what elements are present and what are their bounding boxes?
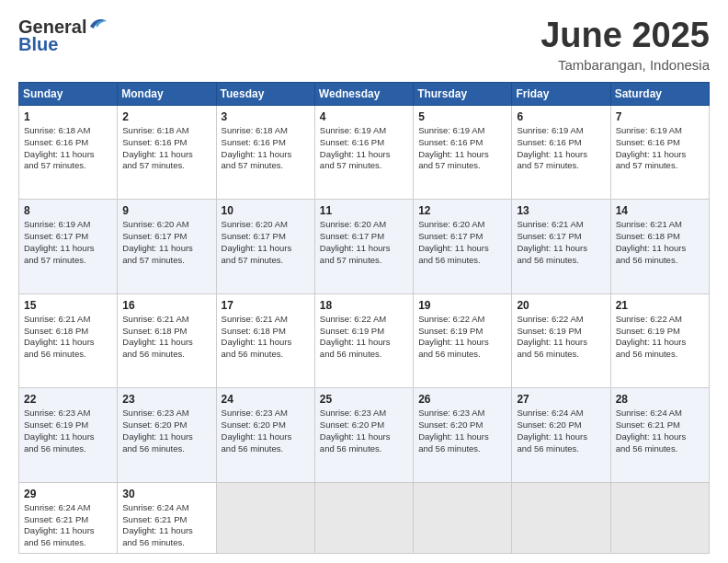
table-row: 7Sunrise: 6:19 AMSunset: 6:16 PMDaylight… [610, 105, 709, 199]
table-row [216, 482, 314, 553]
daylight-text: Daylight: 11 hours [517, 243, 587, 253]
day-number: 16 [122, 298, 210, 313]
daylight-text: Daylight: 11 hours [24, 431, 95, 442]
header: General Blue June 2025 Tambarangan, Indo… [18, 17, 710, 73]
day-number: 27 [517, 392, 605, 407]
col-friday: Friday [512, 82, 610, 105]
table-row: 29Sunrise: 6:24 AMSunset: 6:21 PMDayligh… [19, 482, 118, 553]
daylight-minutes: and 56 minutes. [616, 443, 678, 454]
table-row: 21Sunrise: 6:22 AMSunset: 6:19 PMDayligh… [610, 293, 709, 387]
daylight-text: Daylight: 11 hours [418, 431, 489, 442]
day-number: 2 [122, 109, 210, 124]
table-row [414, 482, 512, 553]
sunrise-text: Sunrise: 6:21 AM [517, 219, 583, 229]
sunrise-text: Sunrise: 6:18 AM [24, 125, 90, 135]
month-title: June 2025 [540, 17, 710, 55]
sunrise-text: Sunrise: 6:23 AM [418, 408, 484, 418]
daylight-minutes: and 56 minutes. [418, 255, 481, 265]
sunrise-text: Sunrise: 6:19 AM [320, 125, 386, 135]
day-number: 17 [222, 298, 310, 313]
sunrise-text: Sunrise: 6:20 AM [320, 219, 386, 229]
sunset-text: Sunset: 6:16 PM [222, 137, 286, 147]
calendar-header-row: Sunday Monday Tuesday Wednesday Thursday… [19, 82, 710, 105]
sunset-text: Sunset: 6:17 PM [418, 231, 483, 241]
sunset-text: Sunset: 6:21 PM [616, 419, 680, 430]
sunset-text: Sunset: 6:19 PM [24, 419, 88, 430]
table-row: 14Sunrise: 6:21 AMSunset: 6:18 PMDayligh… [610, 200, 709, 293]
daylight-text: Daylight: 11 hours [122, 337, 193, 347]
day-number: 7 [616, 109, 704, 124]
sunset-text: Sunset: 6:16 PM [616, 137, 680, 147]
daylight-minutes: and 57 minutes. [320, 255, 382, 265]
day-number: 21 [616, 298, 704, 313]
table-row: 22Sunrise: 6:23 AMSunset: 6:19 PMDayligh… [19, 388, 118, 482]
title-block: June 2025 Tambarangan, Indonesia [540, 17, 710, 73]
daylight-text: Daylight: 11 hours [320, 337, 391, 347]
day-number: 24 [222, 392, 310, 407]
sunset-text: Sunset: 6:17 PM [122, 231, 187, 241]
sunrise-text: Sunrise: 6:20 AM [222, 219, 288, 229]
table-row: 25Sunrise: 6:23 AMSunset: 6:20 PMDayligh… [314, 388, 413, 482]
table-row: 30Sunrise: 6:24 AMSunset: 6:21 PMDayligh… [118, 482, 216, 553]
sunset-text: Sunset: 6:19 PM [616, 326, 680, 336]
table-row [610, 482, 709, 553]
sunset-text: Sunset: 6:20 PM [418, 419, 483, 430]
sunset-text: Sunset: 6:16 PM [517, 137, 581, 147]
col-wednesday: Wednesday [314, 82, 413, 105]
day-number: 28 [616, 392, 704, 407]
daylight-text: Daylight: 11 hours [616, 337, 687, 347]
daylight-minutes: and 57 minutes. [616, 160, 678, 170]
daylight-minutes: and 57 minutes. [418, 160, 481, 170]
daylight-minutes: and 57 minutes. [222, 255, 284, 265]
col-tuesday: Tuesday [216, 82, 314, 105]
daylight-text: Daylight: 11 hours [418, 149, 489, 159]
sunset-text: Sunset: 6:21 PM [24, 514, 88, 524]
sunrise-text: Sunrise: 6:23 AM [222, 408, 288, 418]
table-row [314, 482, 413, 553]
daylight-text: Daylight: 11 hours [320, 431, 391, 442]
daylight-text: Daylight: 11 hours [616, 149, 687, 159]
day-number: 29 [24, 487, 112, 501]
table-row: 11Sunrise: 6:20 AMSunset: 6:17 PMDayligh… [314, 200, 413, 293]
daylight-text: Daylight: 11 hours [24, 243, 95, 253]
sunrise-text: Sunrise: 6:23 AM [122, 408, 188, 418]
day-number: 6 [517, 109, 605, 124]
daylight-minutes: and 56 minutes. [517, 255, 579, 265]
sunset-text: Sunset: 6:19 PM [418, 326, 483, 336]
sunset-text: Sunset: 6:19 PM [517, 326, 581, 336]
table-row: 27Sunrise: 6:24 AMSunset: 6:20 PMDayligh… [512, 388, 610, 482]
table-row: 3Sunrise: 6:18 AMSunset: 6:16 PMDaylight… [216, 105, 314, 199]
day-number: 20 [517, 298, 605, 313]
daylight-text: Daylight: 11 hours [24, 525, 95, 535]
sunset-text: Sunset: 6:20 PM [320, 419, 384, 430]
sunrise-text: Sunrise: 6:22 AM [616, 314, 682, 324]
table-row: 20Sunrise: 6:22 AMSunset: 6:19 PMDayligh… [512, 293, 610, 387]
table-row [512, 482, 610, 553]
sunrise-text: Sunrise: 6:19 AM [517, 125, 583, 135]
sunrise-text: Sunrise: 6:24 AM [517, 408, 583, 418]
table-row: 28Sunrise: 6:24 AMSunset: 6:21 PMDayligh… [610, 388, 709, 482]
daylight-minutes: and 57 minutes. [24, 255, 86, 265]
sunset-text: Sunset: 6:18 PM [122, 326, 187, 336]
col-sunday: Sunday [19, 82, 118, 105]
daylight-text: Daylight: 11 hours [517, 337, 587, 347]
sunrise-text: Sunrise: 6:22 AM [517, 314, 583, 324]
sunrise-text: Sunrise: 6:19 AM [418, 125, 484, 135]
daylight-text: Daylight: 11 hours [122, 243, 193, 253]
daylight-text: Daylight: 11 hours [222, 431, 292, 442]
table-row: 5Sunrise: 6:19 AMSunset: 6:16 PMDaylight… [414, 105, 512, 199]
day-number: 11 [320, 203, 408, 218]
day-number: 1 [24, 109, 112, 124]
day-number: 9 [122, 203, 210, 218]
daylight-minutes: and 56 minutes. [616, 349, 678, 359]
daylight-minutes: and 57 minutes. [122, 255, 185, 265]
table-row: 1Sunrise: 6:18 AMSunset: 6:16 PMDaylight… [19, 105, 118, 199]
sunrise-text: Sunrise: 6:21 AM [222, 314, 288, 324]
table-row: 2Sunrise: 6:18 AMSunset: 6:16 PMDaylight… [118, 105, 216, 199]
sunrise-text: Sunrise: 6:19 AM [616, 125, 682, 135]
location: Tambarangan, Indonesia [540, 57, 710, 73]
sunset-text: Sunset: 6:18 PM [616, 231, 680, 241]
sunset-text: Sunset: 6:20 PM [122, 419, 187, 430]
table-row: 19Sunrise: 6:22 AMSunset: 6:19 PMDayligh… [414, 293, 512, 387]
daylight-minutes: and 56 minutes. [616, 255, 678, 265]
